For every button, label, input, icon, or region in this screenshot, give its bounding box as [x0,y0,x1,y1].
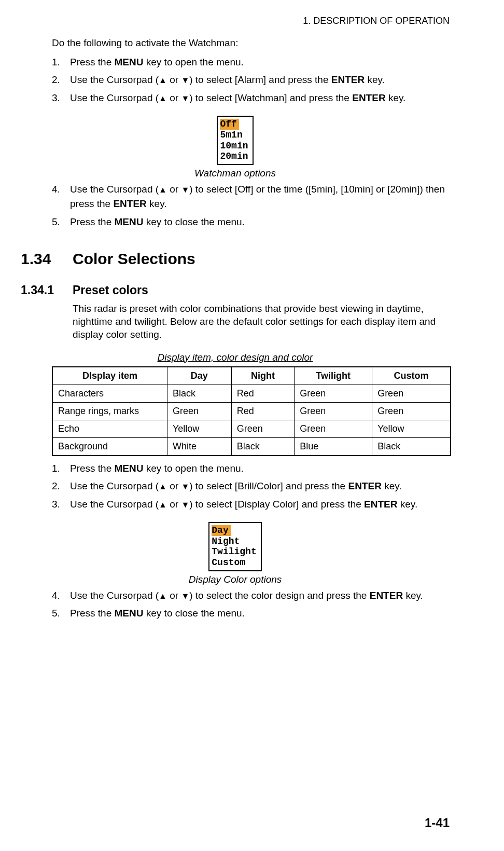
step-text: Press the MENU key to open the menu. [70,461,450,476]
preset-paragraph: This radar is preset with color combinat… [73,303,450,341]
section-heading: 1.34 Color Selections [21,250,450,268]
watchman-options-box: Off 5min 10min 20min [217,116,253,165]
steps-list-1: 1. Press the MENU key to open the menu. … [52,55,450,106]
watchman-caption: Watchman options [21,168,450,179]
step-num: 1. [52,55,70,70]
table-header: Twilight [295,367,372,385]
menu-selected: Off [220,119,239,130]
step-text: Use the Cursorpad ( or ) to select [Off]… [70,182,450,212]
table-row: EchoYellowGreenGreenYellow [52,420,451,437]
subsection-number: 1.34.1 [21,283,73,297]
table-row: Range rings, marksGreenRedGreenGreen [52,402,451,420]
step-text: Use the Cursorpad ( or ) to select [Bril… [70,479,450,494]
triangle-up-icon [159,74,167,85]
step-text: Use the Cursorpad ( or ) to select [Disp… [70,497,450,512]
display-color-caption: Display Color options [21,574,450,585]
subsection-heading: 1.34.1 Preset colors [21,283,450,297]
page-header: 1. DESCRIPTION OF OPERATION [21,16,450,26]
color-table: DIsplay item Day Night Twilight Custom C… [52,366,451,456]
table-header: Day [167,367,232,385]
triangle-down-icon [181,481,189,491]
steps-list-3: 1. Press the MENU key to open the menu. … [52,461,450,512]
table-header: Custom [372,367,451,385]
table-header: DIsplay item [52,367,167,385]
table-row: CharactersBlackRedGreenGreen [52,385,451,402]
step-text: Press the MENU key to open the menu. [70,55,450,70]
page-number: 1-41 [425,816,450,830]
triangle-down-icon [181,499,189,510]
step-num: 5. [52,215,70,230]
step-text: Press the MENU key to close the menu. [70,606,450,621]
step-num: 4. [52,588,70,603]
steps-list-2: 4. Use the Cursorpad ( or ) to select [O… [52,182,450,230]
menu-selected: Day [212,525,230,536]
triangle-up-icon [159,590,167,601]
step-text: Use the Cursorpad ( or ) to select [Watc… [70,91,450,106]
menu-option: Custom [212,557,258,568]
subsection-title: Preset colors [73,283,148,297]
table-row: BackgroundWhiteBlackBlueBlack [52,437,451,456]
step-num: 2. [52,73,70,88]
step-num: 5. [52,606,70,621]
menu-option: Night [212,536,258,547]
display-color-options-box: Day Night Twilight Custom [208,522,261,571]
step-text: Use the Cursorpad ( or ) to select [Alar… [70,73,450,88]
triangle-up-icon [159,481,167,491]
table-caption: Display item, color design and color [21,352,450,363]
table-header: Night [231,367,294,385]
triangle-up-icon [159,92,167,103]
step-num: 3. [52,497,70,512]
step-num: 1. [52,461,70,476]
menu-option: Twilight [212,546,258,557]
triangle-down-icon [181,590,189,601]
steps-list-4: 4. Use the Cursorpad ( or ) to select th… [52,588,450,621]
menu-option: 5min [220,130,250,141]
step-text: Use the Cursorpad ( or ) to select the c… [70,588,450,603]
triangle-down-icon [181,74,189,85]
section-title: Color Selections [73,250,195,268]
intro-text: Do the following to activate the Watchma… [52,37,450,50]
triangle-down-icon [181,92,189,103]
step-text: Press the MENU key to close the menu. [70,215,450,230]
triangle-up-icon [159,499,167,510]
menu-option: 10min [220,141,250,152]
step-num: 2. [52,479,70,494]
section-number: 1.34 [21,250,73,268]
triangle-up-icon [159,184,167,195]
menu-option: 20min [220,151,250,162]
triangle-down-icon [181,184,189,195]
step-num: 4. [52,182,70,212]
step-num: 3. [52,91,70,106]
